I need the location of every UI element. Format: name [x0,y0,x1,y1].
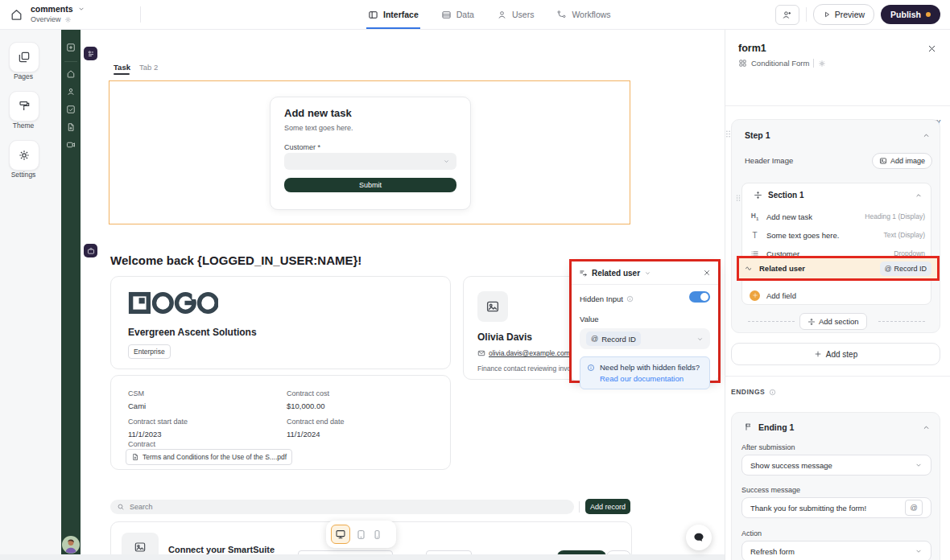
add-page-icon[interactable] [61,43,81,52]
action-select[interactable]: Refresh form [741,541,931,560]
embedded-form-card[interactable]: Add new task Some text goes here. Custom… [270,97,471,210]
divider [64,61,77,62]
tab-workflows[interactable]: Workflows [555,0,612,29]
phone-view-button[interactable] [372,529,382,540]
search-input[interactable]: Search [110,500,574,514]
field-label: Contract cost [287,389,329,397]
rail-video-icon[interactable] [61,140,81,150]
sidebar-item-label: Settings [0,171,47,179]
add-step-button[interactable]: Add step [731,343,940,365]
tab-interface[interactable]: Interface [366,0,420,29]
field-row-text[interactable]: T Some text goes here. Text (Display) [750,226,925,244]
help-documentation-link[interactable]: Read our documentation [600,374,700,383]
tab-label: Users [512,10,534,19]
info-icon [626,295,634,303]
value-select[interactable]: @ Record ID [580,328,710,349]
dashed-line [878,321,925,322]
after-submission-select[interactable]: Show success message [741,455,931,476]
rail-doc-icon[interactable] [61,122,81,132]
form-widget-selection[interactable]: Add new task Some text goes here. Custom… [109,80,630,224]
step-card: Step 1 Header Image Add image Section 1 … [731,119,940,333]
publish-button[interactable]: Publish [881,5,940,24]
paint-roller-icon [18,100,31,113]
collapse-chevron-icon[interactable] [915,191,923,200]
success-message-input[interactable]: Thank you for submitting the form! @ [741,497,931,518]
popover-header: Related user [572,261,718,285]
contact-email-link[interactable]: olivia.davis@example.com [489,349,570,357]
divider [140,6,141,23]
field-label: Add new task [766,212,858,221]
hidden-input-toggle[interactable] [689,291,710,303]
field-value: $10,000.00 [287,401,329,410]
field-row-heading[interactable]: H1 Add new task Heading 1 (Display) [750,208,925,225]
help-chat-button[interactable] [686,525,712,550]
submit-button[interactable]: Submit [284,178,456,192]
sidebar-item-theme[interactable] [9,91,39,121]
ending-card: Ending 1 After submission Show success m… [731,412,940,560]
rail-user-icon[interactable] [61,87,81,97]
plan-badge: Enterprise [128,344,171,359]
user-avatar[interactable] [62,536,80,554]
add-field-label: Add field [766,291,925,300]
mention-button[interactable]: @ [905,500,923,516]
close-icon[interactable] [927,43,937,54]
contract-card[interactable]: CSMCami Contract cost$10,000.00 Contract… [110,375,451,470]
help-infobox: Need help with hidden fields? Read our d… [580,356,710,389]
collapse-chevron-icon[interactable] [922,423,931,432]
unpublished-changes-dot [926,12,931,17]
contact-description: Finance contact reviewing invoice [477,364,580,373]
add-field-row[interactable]: Add field [750,286,925,304]
chevron-down-icon [443,158,450,165]
header-image-label: Header Image [745,156,793,165]
tab-users[interactable]: Users [495,0,535,29]
divider [813,59,814,68]
tab-label: Data [456,10,474,19]
record-link-icon [745,264,754,273]
sidebar-item-label: Theme [0,121,47,130]
add-image-label: Add image [890,157,925,165]
chevron-down-icon [915,461,923,469]
add-section-button[interactable]: Add section [799,313,867,330]
page-breadcrumb[interactable]: Overview [31,15,72,23]
rail-task-icon[interactable] [61,105,81,114]
section-title: Section 1 [768,191,803,200]
sidebar-item-pages[interactable] [9,42,39,72]
preview-button[interactable]: Preview [813,4,874,25]
contact-name: Olivia Davis [477,331,532,343]
rail-home-icon[interactable] [61,69,81,79]
desktop-view-button[interactable] [331,525,350,544]
success-message-value: Thank you for submitting the form! [750,504,866,513]
close-icon[interactable] [703,269,711,277]
at-icon: @ [885,265,892,273]
contract-file-chip[interactable]: Terms and Conditions for the Use of the … [126,449,292,465]
tab-data[interactable]: Data [440,0,476,29]
record-widget-badge[interactable] [84,244,97,257]
record-id-label: Record ID [601,335,636,344]
customer-dropdown[interactable] [284,153,456,170]
field-type: Text (Display) [884,231,925,239]
invite-user-button[interactable] [775,5,799,25]
divider [725,105,950,106]
home-icon[interactable] [10,7,23,22]
add-record-button[interactable]: Add record [585,499,630,514]
field-row-related-user[interactable]: Related user @ Record ID [737,256,940,281]
sidebar-item-settings[interactable] [9,140,39,171]
add-image-button[interactable]: Add image [872,153,932,169]
gear-icon[interactable] [818,60,826,68]
help-text: Need help with hidden fields? [600,363,700,372]
user-plus-icon [782,10,792,20]
canvas-tab-task[interactable]: Task [114,63,130,72]
collapse-chevron-icon[interactable] [922,131,931,140]
field-value: Cami [128,401,146,410]
chevron-down-icon[interactable] [644,270,651,277]
company-card[interactable]: Evergreen Ascent Solutions Enterprise [110,276,451,369]
company-logo [128,291,218,315]
field-label: Contract start date [128,418,188,426]
form-widget-badge[interactable] [84,47,97,60]
section-icon [808,318,816,326]
form-icon [87,50,95,58]
tablet-view-button[interactable] [356,529,366,540]
canvas-tab-tab2[interactable]: Tab 2 [139,63,158,72]
solution-switcher[interactable]: comments [31,4,85,14]
flag-icon [744,422,753,431]
